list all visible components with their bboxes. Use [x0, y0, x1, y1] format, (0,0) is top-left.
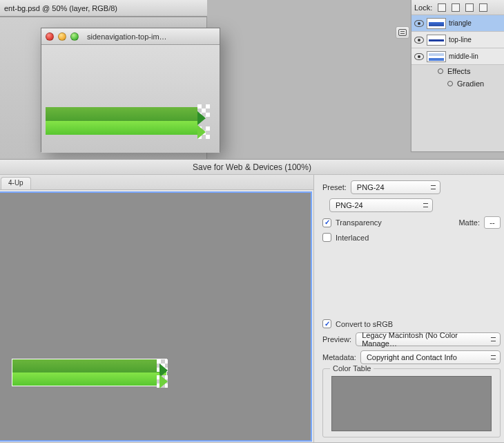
preview-area[interactable]	[0, 191, 312, 442]
save-for-web-window[interactable]: Save for Web & Devices (100%) 4-Up Prese…	[0, 159, 504, 442]
color-table-box[interactable]	[331, 376, 492, 431]
format-row: PNG-24	[322, 198, 501, 212]
front-document-titlebar[interactable]: sidenavigation-top-im…	[41, 28, 220, 45]
preset-value: PNG-24	[357, 183, 385, 191]
lock-position-icon[interactable]	[465, 3, 474, 12]
zoom-icon[interactable]	[70, 32, 79, 41]
layer-name-label: triangle	[449, 19, 501, 27]
lock-pixels-icon[interactable]	[452, 3, 460, 12]
preset-row: Preset: PNG-24	[322, 180, 501, 194]
interlaced-label: Interlaced	[336, 234, 369, 242]
effect-visibility-icon[interactable]	[447, 81, 453, 86]
layer-thumbnail[interactable]	[427, 51, 446, 62]
metadata-row: Metadata: Copyright and Contact Info	[322, 350, 501, 364]
layer-row-triangle[interactable]: triangle	[411, 15, 504, 32]
transparency-row: Transparency Matte: --	[322, 216, 501, 229]
lock-label: Lock:	[414, 3, 432, 12]
convert-srgb-checkbox[interactable]	[322, 319, 331, 328]
lock-transparency-icon[interactable]	[438, 3, 446, 12]
transparency-label: Transparency	[336, 218, 382, 227]
color-table-fieldset: Color Table	[322, 368, 501, 437]
panel-collapse-icon[interactable]	[396, 26, 409, 39]
visibility-eye-icon[interactable]	[414, 20, 424, 27]
visibility-eye-icon[interactable]	[414, 37, 424, 44]
save-for-web-right-pane: Preset: PNG-24 PNG-24 Transparency Matte…	[314, 175, 504, 443]
preview-profile-label: Preview:	[322, 335, 351, 343]
convert-srgb-label: Convert to sRGB	[336, 320, 393, 328]
triangle-bottom-icon	[197, 125, 206, 139]
layer-effects-row[interactable]: Effects	[411, 65, 504, 77]
minimize-icon[interactable]	[58, 32, 66, 41]
triangle-bottom-icon	[159, 375, 168, 388]
transparency-checkbox[interactable]	[322, 218, 331, 227]
background-document-title: ent-bg.psd @ 50% (layer, RGB/8)	[4, 4, 117, 12]
layer-row-middle-line[interactable]: middle-lin	[411, 48, 504, 65]
matte-select[interactable]: --	[484, 216, 501, 229]
effect-name-label: Gradien	[457, 79, 484, 88]
lock-all-icon[interactable]	[479, 3, 487, 12]
preview-tabs: 4-Up	[0, 175, 313, 190]
format-select[interactable]: PNG-24	[329, 198, 433, 212]
interlaced-checkbox[interactable]	[322, 233, 331, 242]
tab-4up[interactable]: 4-Up	[1, 177, 31, 189]
matte-label: Matte:	[458, 218, 480, 227]
background-document-titlebar: ent-bg.psd @ 50% (layer, RGB/8)	[0, 0, 207, 17]
layer-row-top-line[interactable]: top-line	[411, 32, 504, 48]
metadata-select[interactable]: Copyright and Contact Info	[360, 350, 501, 364]
metadata-value: Copyright and Contact Info	[367, 353, 457, 361]
save-for-web-left-pane: 4-Up	[0, 175, 314, 443]
effects-label: Effects	[447, 67, 470, 75]
matte-value: --	[490, 218, 494, 227]
layers-lock-toolbar: Lock:	[411, 0, 504, 15]
layer-thumbnail[interactable]	[427, 18, 446, 29]
interlaced-row: Interlaced	[322, 233, 501, 242]
front-document-window[interactable]: sidenavigation-top-im…	[41, 28, 220, 152]
layer-thumbnail[interactable]	[427, 35, 446, 46]
layer-name-label: middle-lin	[449, 53, 501, 60]
effects-toggle-icon[interactable]	[438, 68, 443, 74]
visibility-eye-icon[interactable]	[414, 53, 424, 60]
export-preview-strip	[12, 359, 167, 386]
layer-effect-item[interactable]: Gradien	[411, 77, 504, 90]
triangle-top-icon	[197, 111, 206, 125]
preset-select[interactable]: PNG-24	[351, 180, 440, 194]
preview-profile-select[interactable]: Legacy Macintosh (No Color Manage…	[356, 332, 501, 346]
save-for-web-title: Save for Web & Devices (100%)	[0, 160, 504, 175]
format-value: PNG-24	[336, 201, 363, 209]
preset-label: Preset:	[322, 183, 347, 191]
color-table-label: Color Table	[330, 364, 374, 373]
layers-panel[interactable]: Lock: triangle top-line middle-lin Effec…	[411, 0, 504, 152]
metadata-label: Metadata:	[322, 353, 356, 361]
front-document-title: sidenavigation-top-im…	[87, 32, 167, 41]
close-icon[interactable]	[46, 32, 54, 41]
convert-srgb-row: Convert to sRGB	[322, 319, 501, 328]
preview-profile-row: Preview: Legacy Macintosh (No Color Mana…	[322, 332, 501, 346]
gradient-preview-strip	[46, 107, 197, 135]
layer-name-label: top-line	[449, 36, 501, 44]
front-document-canvas[interactable]	[41, 45, 220, 153]
preview-profile-value: Legacy Macintosh (No Color Manage…	[362, 331, 487, 348]
